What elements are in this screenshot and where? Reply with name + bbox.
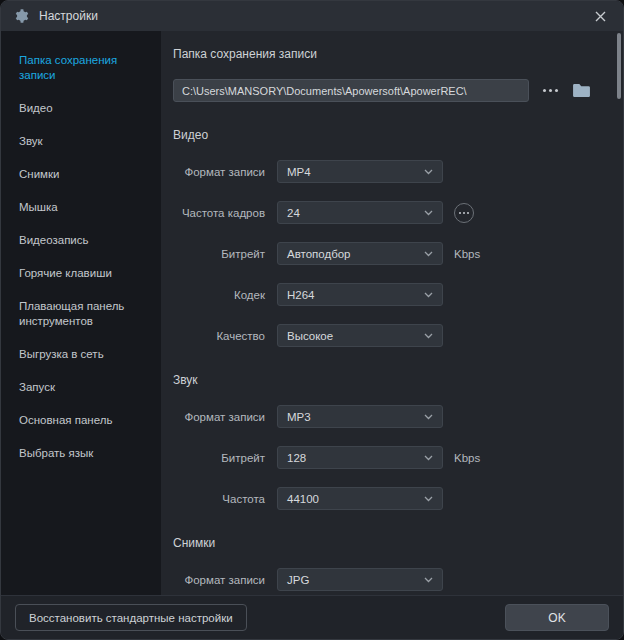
select-value: 24	[287, 207, 300, 219]
select-value: 44100	[287, 493, 319, 505]
scrollbar[interactable]	[616, 33, 621, 593]
row-label: Формат записи	[173, 574, 265, 586]
audio-bitrate-row: Битрейт 128 Kbps	[173, 446, 599, 469]
sidebar-item-hotkeys[interactable]: Горячие клавиши	[19, 257, 151, 290]
video-format-select[interactable]: MP4	[277, 160, 443, 183]
sidebar-item-save-folder[interactable]: Папка сохранения записи	[19, 44, 151, 92]
quality-row: Качество Высокое	[173, 324, 599, 347]
audio-title: Звук	[173, 373, 599, 387]
section-save-folder: Папка сохранения записи	[173, 47, 599, 102]
frame-rate-row: Частота кадров 24	[173, 201, 599, 224]
sidebar-item-language[interactable]: Выбрать язык	[19, 437, 151, 470]
open-folder-icon[interactable]	[572, 83, 591, 98]
chevron-down-icon	[424, 333, 433, 339]
settings-body: Папка сохранения записи Видео Звук Снимк…	[1, 31, 623, 595]
codec-row: Кодек H264	[173, 283, 599, 306]
sidebar-item-startup[interactable]: Запуск	[19, 371, 151, 404]
codec-select[interactable]: H264	[277, 283, 443, 306]
snapshot-format-row: Формат записи JPG	[173, 568, 599, 591]
sidebar-item-snapshots[interactable]: Снимки	[19, 158, 151, 191]
save-path-row	[173, 79, 599, 102]
sidebar-item-mouse[interactable]: Мышка	[19, 191, 151, 224]
row-label: Формат записи	[173, 166, 265, 178]
row-label: Битрейт	[173, 248, 265, 260]
chevron-down-icon	[424, 496, 433, 502]
video-title: Видео	[173, 128, 599, 142]
row-label: Кодек	[173, 289, 265, 301]
sidebar: Папка сохранения записи Видео Звук Снимк…	[1, 31, 161, 595]
save-path-input[interactable]	[173, 79, 529, 102]
chevron-down-icon	[424, 455, 433, 461]
row-label: Формат записи	[173, 411, 265, 423]
audio-format-row: Формат записи MP3	[173, 405, 599, 428]
select-value: Автоподбор	[287, 248, 351, 260]
chevron-down-icon	[424, 414, 433, 420]
save-folder-title: Папка сохранения записи	[173, 47, 599, 61]
audio-bitrate-select[interactable]: 128	[277, 446, 443, 469]
bitrate-unit-label: Kbps	[454, 248, 480, 260]
chevron-down-icon	[424, 251, 433, 257]
chevron-down-icon	[424, 169, 433, 175]
row-label: Частота кадров	[173, 207, 265, 219]
select-value: H264	[287, 289, 315, 301]
sample-rate-row: Частота 44100	[173, 487, 599, 510]
select-value: JPG	[287, 574, 309, 586]
snapshot-format-select[interactable]: JPG	[277, 568, 443, 591]
chevron-down-icon	[424, 210, 433, 216]
settings-window: Настройки Папка сохранения записи Видео …	[0, 0, 624, 640]
footer: Восстановить стандартные настройки OK	[1, 595, 623, 639]
restore-defaults-button[interactable]: Восстановить стандартные настройки	[15, 604, 247, 631]
audio-format-select[interactable]: MP3	[277, 405, 443, 428]
select-value: MP4	[287, 166, 311, 178]
select-value: Высокое	[287, 330, 333, 342]
close-button[interactable]	[589, 5, 611, 27]
row-label: Битрейт	[173, 452, 265, 464]
browse-more-icon[interactable]	[541, 85, 560, 96]
quality-select[interactable]: Высокое	[277, 324, 443, 347]
ok-button[interactable]: OK	[505, 604, 609, 631]
settings-content: Папка сохранения записи Видео Формат зап…	[161, 31, 623, 595]
chevron-down-icon	[424, 577, 433, 583]
row-label: Качество	[173, 330, 265, 342]
frame-rate-select[interactable]: 24	[277, 201, 443, 224]
video-bitrate-select[interactable]: Автоподбор	[277, 242, 443, 265]
sample-rate-select[interactable]: 44100	[277, 487, 443, 510]
sidebar-item-audio[interactable]: Звук	[19, 125, 151, 158]
sidebar-item-floating-toolbar[interactable]: Плавающая панель инструментов	[19, 290, 151, 338]
sidebar-item-main-panel[interactable]: Основная панель	[19, 404, 151, 437]
row-label: Частота	[173, 493, 265, 505]
gear-icon	[13, 8, 30, 25]
window-title: Настройки	[39, 9, 98, 23]
sidebar-item-video[interactable]: Видео	[19, 92, 151, 125]
video-format-row: Формат записи MP4	[173, 160, 599, 183]
snapshots-title: Снимки	[173, 536, 599, 550]
chevron-down-icon	[424, 292, 433, 298]
section-audio: Звук Формат записи MP3 Битрейт 128 Kbps	[173, 373, 599, 510]
video-bitrate-row: Битрейт Автоподбор Kbps	[173, 242, 599, 265]
select-value: 128	[287, 452, 306, 464]
select-value: MP3	[287, 411, 311, 423]
bitrate-unit-label: Kbps	[454, 452, 480, 464]
sidebar-item-recording[interactable]: Видеозапись	[19, 224, 151, 257]
sidebar-item-upload[interactable]: Выгрузка в сеть	[19, 338, 151, 371]
frame-rate-more-icon[interactable]	[454, 203, 474, 223]
scrollbar-thumb[interactable]	[617, 33, 621, 99]
section-snapshots: Снимки Формат записи JPG	[173, 536, 599, 591]
section-video: Видео Формат записи MP4 Частота кадров 2…	[173, 128, 599, 347]
titlebar: Настройки	[1, 1, 623, 31]
